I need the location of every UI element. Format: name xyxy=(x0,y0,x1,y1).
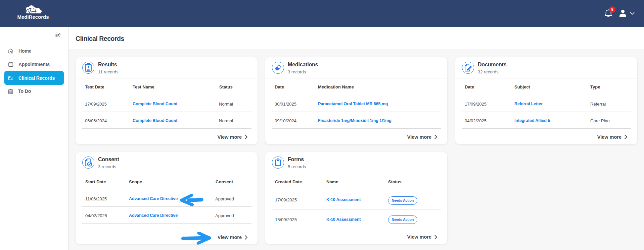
svg-text:MediRecords: MediRecords xyxy=(17,14,49,20)
